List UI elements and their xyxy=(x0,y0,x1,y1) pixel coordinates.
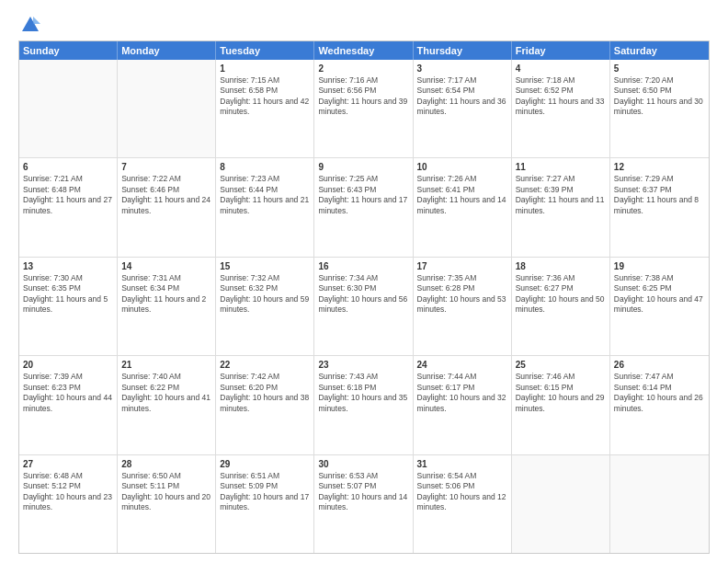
calendar-cell: 31Sunrise: 6:54 AMSunset: 5:06 PMDayligh… xyxy=(414,455,512,553)
calendar-header-cell: Sunday xyxy=(19,41,118,60)
cell-detail: Sunrise: 7:46 AMSunset: 6:15 PMDaylight:… xyxy=(516,372,606,414)
day-number: 13 xyxy=(23,260,113,272)
calendar-cell: 22Sunrise: 7:42 AMSunset: 6:20 PMDayligh… xyxy=(216,356,314,454)
cell-detail: Sunrise: 7:16 AMSunset: 6:56 PMDaylight:… xyxy=(318,75,408,118)
cell-detail: Sunrise: 6:54 AMSunset: 5:06 PMDaylight:… xyxy=(417,471,507,513)
day-number: 28 xyxy=(121,458,211,470)
calendar-cell: 18Sunrise: 7:36 AMSunset: 6:27 PMDayligh… xyxy=(512,258,610,355)
day-number: 18 xyxy=(516,260,606,272)
day-number: 27 xyxy=(23,458,113,470)
day-number: 3 xyxy=(417,63,507,75)
day-number: 6 xyxy=(23,161,113,173)
calendar-cell: 5Sunrise: 7:20 AMSunset: 6:50 PMDaylight… xyxy=(610,60,709,157)
calendar-cell xyxy=(512,455,610,553)
calendar-cell: 11Sunrise: 7:27 AMSunset: 6:39 PMDayligh… xyxy=(512,158,610,256)
header xyxy=(18,15,710,33)
calendar-cell: 7Sunrise: 7:22 AMSunset: 6:46 PMDaylight… xyxy=(118,158,216,256)
cell-detail: Sunrise: 7:23 AMSunset: 6:44 PMDaylight:… xyxy=(220,174,310,216)
calendar-cell: 1Sunrise: 7:15 AMSunset: 6:58 PMDaylight… xyxy=(216,60,314,157)
calendar-week-row: 6Sunrise: 7:21 AMSunset: 6:48 PMDaylight… xyxy=(19,158,709,257)
calendar-cell xyxy=(19,60,118,157)
calendar-header-cell: Wednesday xyxy=(314,41,413,60)
day-number: 7 xyxy=(121,161,211,173)
day-number: 20 xyxy=(23,359,113,371)
day-number: 29 xyxy=(220,458,310,470)
cell-detail: Sunrise: 7:27 AMSunset: 6:39 PMDaylight:… xyxy=(516,174,606,216)
calendar-header-cell: Thursday xyxy=(414,41,512,60)
calendar-body: 1Sunrise: 7:15 AMSunset: 6:58 PMDaylight… xyxy=(19,60,709,553)
cell-detail: Sunrise: 7:34 AMSunset: 6:30 PMDaylight:… xyxy=(318,273,408,316)
calendar-cell: 16Sunrise: 7:34 AMSunset: 6:30 PMDayligh… xyxy=(314,258,413,355)
calendar-cell: 15Sunrise: 7:32 AMSunset: 6:32 PMDayligh… xyxy=(216,258,314,355)
day-number: 15 xyxy=(220,260,310,272)
cell-detail: Sunrise: 7:22 AMSunset: 6:46 PMDaylight:… xyxy=(121,174,211,216)
calendar-week-row: 1Sunrise: 7:15 AMSunset: 6:58 PMDaylight… xyxy=(19,60,709,158)
calendar-cell: 28Sunrise: 6:50 AMSunset: 5:11 PMDayligh… xyxy=(118,455,216,553)
day-number: 8 xyxy=(220,161,310,173)
calendar-cell: 12Sunrise: 7:29 AMSunset: 6:37 PMDayligh… xyxy=(610,158,709,256)
svg-marker-1 xyxy=(33,17,40,24)
day-number: 2 xyxy=(318,63,408,75)
day-number: 25 xyxy=(516,359,606,371)
calendar-cell xyxy=(610,455,709,553)
calendar-cell: 6Sunrise: 7:21 AMSunset: 6:48 PMDaylight… xyxy=(19,158,118,256)
day-number: 23 xyxy=(318,359,408,371)
calendar-header-row: SundayMondayTuesdayWednesdayThursdayFrid… xyxy=(19,41,709,60)
day-number: 10 xyxy=(417,161,507,173)
calendar-cell: 20Sunrise: 7:39 AMSunset: 6:23 PMDayligh… xyxy=(19,356,118,454)
calendar-cell: 8Sunrise: 7:23 AMSunset: 6:44 PMDaylight… xyxy=(216,158,314,256)
calendar-cell: 24Sunrise: 7:44 AMSunset: 6:17 PMDayligh… xyxy=(414,356,512,454)
calendar-header-cell: Monday xyxy=(118,41,216,60)
calendar-cell: 3Sunrise: 7:17 AMSunset: 6:54 PMDaylight… xyxy=(414,60,512,157)
cell-detail: Sunrise: 6:51 AMSunset: 5:09 PMDaylight:… xyxy=(220,471,310,513)
day-number: 14 xyxy=(121,260,211,272)
day-number: 22 xyxy=(220,359,310,371)
day-number: 9 xyxy=(318,161,408,173)
cell-detail: Sunrise: 7:15 AMSunset: 6:58 PMDaylight:… xyxy=(220,75,310,118)
calendar-week-row: 13Sunrise: 7:30 AMSunset: 6:35 PMDayligh… xyxy=(19,258,709,356)
calendar-cell: 9Sunrise: 7:25 AMSunset: 6:43 PMDaylight… xyxy=(314,158,413,256)
cell-detail: Sunrise: 7:30 AMSunset: 6:35 PMDaylight:… xyxy=(23,273,113,316)
cell-detail: Sunrise: 7:40 AMSunset: 6:22 PMDaylight:… xyxy=(121,372,211,414)
cell-detail: Sunrise: 6:50 AMSunset: 5:11 PMDaylight:… xyxy=(121,471,211,513)
calendar-header-cell: Tuesday xyxy=(216,41,314,60)
calendar-cell: 19Sunrise: 7:38 AMSunset: 6:25 PMDayligh… xyxy=(610,258,709,355)
cell-detail: Sunrise: 7:38 AMSunset: 6:25 PMDaylight:… xyxy=(614,273,705,316)
cell-detail: Sunrise: 7:39 AMSunset: 6:23 PMDaylight:… xyxy=(23,372,113,414)
calendar-week-row: 27Sunrise: 6:48 AMSunset: 5:12 PMDayligh… xyxy=(19,455,709,553)
cell-detail: Sunrise: 7:35 AMSunset: 6:28 PMDaylight:… xyxy=(417,273,507,316)
cell-detail: Sunrise: 7:20 AMSunset: 6:50 PMDaylight:… xyxy=(614,75,705,118)
cell-detail: Sunrise: 6:53 AMSunset: 5:07 PMDaylight:… xyxy=(318,471,408,513)
day-number: 5 xyxy=(614,63,705,75)
day-number: 26 xyxy=(614,359,705,371)
calendar-cell: 21Sunrise: 7:40 AMSunset: 6:22 PMDayligh… xyxy=(118,356,216,454)
day-number: 19 xyxy=(614,260,705,272)
cell-detail: Sunrise: 7:26 AMSunset: 6:41 PMDaylight:… xyxy=(417,174,507,216)
day-number: 24 xyxy=(417,359,507,371)
day-number: 12 xyxy=(614,161,705,173)
cell-detail: Sunrise: 7:25 AMSunset: 6:43 PMDaylight:… xyxy=(318,174,408,216)
cell-detail: Sunrise: 7:17 AMSunset: 6:54 PMDaylight:… xyxy=(417,75,507,118)
calendar-cell: 23Sunrise: 7:43 AMSunset: 6:18 PMDayligh… xyxy=(314,356,413,454)
cell-detail: Sunrise: 6:48 AMSunset: 5:12 PMDaylight:… xyxy=(23,471,113,513)
calendar-cell: 30Sunrise: 6:53 AMSunset: 5:07 PMDayligh… xyxy=(314,455,413,553)
calendar-cell: 2Sunrise: 7:16 AMSunset: 6:56 PMDaylight… xyxy=(314,60,413,157)
cell-detail: Sunrise: 7:31 AMSunset: 6:34 PMDaylight:… xyxy=(121,273,211,316)
cell-detail: Sunrise: 7:47 AMSunset: 6:14 PMDaylight:… xyxy=(614,372,705,414)
cell-detail: Sunrise: 7:29 AMSunset: 6:37 PMDaylight:… xyxy=(614,174,705,216)
calendar-header-cell: Friday xyxy=(512,41,610,60)
day-number: 30 xyxy=(318,458,408,470)
calendar-cell: 27Sunrise: 6:48 AMSunset: 5:12 PMDayligh… xyxy=(19,455,118,553)
day-number: 31 xyxy=(417,458,507,470)
logo xyxy=(18,15,40,33)
cell-detail: Sunrise: 7:32 AMSunset: 6:32 PMDaylight:… xyxy=(220,273,310,316)
calendar-cell: 17Sunrise: 7:35 AMSunset: 6:28 PMDayligh… xyxy=(414,258,512,355)
calendar-header-cell: Saturday xyxy=(610,41,709,60)
calendar-week-row: 20Sunrise: 7:39 AMSunset: 6:23 PMDayligh… xyxy=(19,356,709,454)
day-number: 1 xyxy=(220,63,310,75)
cell-detail: Sunrise: 7:43 AMSunset: 6:18 PMDaylight:… xyxy=(318,372,408,414)
logo-icon xyxy=(20,15,40,35)
cell-detail: Sunrise: 7:21 AMSunset: 6:48 PMDaylight:… xyxy=(23,174,113,216)
day-number: 17 xyxy=(417,260,507,272)
day-number: 21 xyxy=(121,359,211,371)
